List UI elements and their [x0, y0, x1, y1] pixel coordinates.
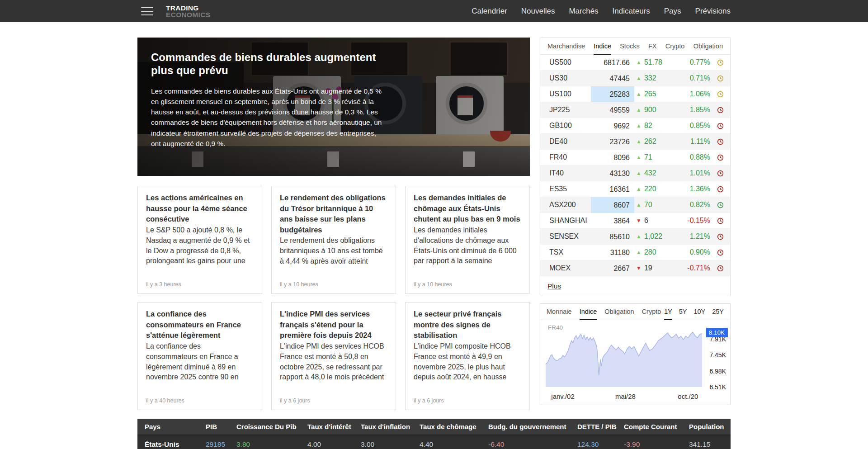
market-percent-change: 1.21% [674, 232, 710, 241]
market-row-moex[interactable]: MOEX2667▼19-0.71% [540, 260, 730, 276]
market-row-fr40[interactable]: FR408096▲710.88% [540, 150, 730, 165]
markets-tab-indice[interactable]: Indice [594, 38, 611, 55]
nav-link-calendrier[interactable]: Calendrier [472, 7, 507, 16]
markets-tabs: MarchandiseIndiceStocksFXCryptoObligatio… [540, 38, 730, 55]
market-row-de40[interactable]: DE4023726▲2621.11% [540, 134, 730, 150]
market-row-it40[interactable]: IT4043130▲4321.01% [540, 165, 730, 181]
market-clock-icon [710, 107, 730, 113]
chart-tab-crypto[interactable]: Crypto [642, 304, 661, 320]
news-card-6[interactable]: Le secteur privé français montre des sig… [405, 302, 530, 410]
chart-range-5y[interactable]: 5Y [679, 304, 687, 320]
country-table-header-cell[interactable]: PIB [206, 419, 236, 435]
market-symbol[interactable]: JP225 [540, 106, 591, 114]
country-indicator-value[interactable]: 341.15 [689, 435, 731, 449]
market-symbol[interactable]: IT40 [540, 169, 591, 177]
news-card-title[interactable]: Le rendement des obligations du Trésor b… [280, 193, 387, 235]
triangle-down-icon: ▼ [636, 217, 642, 224]
market-symbol[interactable]: ASX200 [540, 201, 591, 209]
market-row-jp225[interactable]: JP22549559▲9001.85% [540, 102, 730, 118]
news-card-5[interactable]: L'indice PMI des services français s'éte… [271, 302, 396, 410]
news-card-title[interactable]: Le secteur privé français montre des sig… [414, 309, 521, 341]
nav-link-pays[interactable]: Pays [664, 7, 681, 16]
market-row-es35[interactable]: ES3516361▲2201.36% [540, 181, 730, 197]
markets-tab-marchandise[interactable]: Marchandise [547, 38, 585, 55]
market-symbol[interactable]: US100 [540, 90, 591, 98]
hero-article[interactable]: Commandes de biens durables augmentent p… [137, 38, 530, 176]
market-symbol[interactable]: TSX [540, 248, 591, 256]
nav-link-indicateurs[interactable]: Indicateurs [613, 7, 650, 16]
country-table-header-cell[interactable]: Taux d'inflation [361, 419, 420, 435]
markets-tab-stocks[interactable]: Stocks [620, 38, 640, 55]
country-table-header-cell[interactable]: Croissance Du Pib [236, 419, 307, 435]
country-table-header-cell[interactable]: Compte Courant [624, 419, 689, 435]
market-symbol[interactable]: DE40 [540, 137, 591, 146]
markets-tab-crypto[interactable]: Crypto [665, 38, 685, 55]
news-card-title[interactable]: L'indice PMI des services français s'éte… [280, 309, 387, 341]
country-indicator-value[interactable]: 3.00 [361, 435, 420, 449]
country-table-header-cell[interactable]: Population [689, 419, 731, 435]
market-row-us30[interactable]: US3047445▲3320.71% [540, 71, 730, 86]
markets-tab-obligation[interactable]: Obligation [693, 38, 723, 55]
country-table-header-cell[interactable]: Taux de chômage [420, 419, 488, 435]
news-card-2[interactable]: Le rendement des obligations du Trésor b… [271, 186, 396, 294]
country-table-header-cell[interactable]: Budg. du gouvernement [488, 419, 577, 435]
news-card-timestamp: il y a 10 heures [414, 281, 452, 288]
market-row-shanghai[interactable]: SHANGHAI3864▼6-0.15% [540, 213, 730, 229]
hero-title[interactable]: Commandes de biens durables augmentent p… [151, 51, 379, 77]
country-indicator-value[interactable]: 3.80 [236, 435, 307, 449]
country-indicator-value[interactable]: 29185 [206, 435, 236, 449]
chart-body: FR40 8.10K 7.91K7.45K6.98K6.51K janv./02… [540, 320, 730, 404]
country-indicator-value[interactable]: -6.40 [488, 435, 577, 449]
country-indicator-value[interactable]: 4.40 [420, 435, 488, 449]
country-table-header-cell[interactable]: Pays [137, 419, 206, 435]
chart-tab-obligation[interactable]: Obligation [604, 304, 634, 320]
more-link[interactable]: Plus [547, 282, 561, 290]
country-indicator-value[interactable]: 124.30 [577, 435, 624, 449]
news-card-summary: L'indice PMI des services HCOB France es… [280, 341, 387, 383]
triangle-up-icon: ▲ [636, 75, 642, 81]
country-indicator-value[interactable]: -3.90 [624, 435, 689, 449]
markets-tab-fx[interactable]: FX [648, 38, 657, 55]
market-row-sensex[interactable]: SENSEX85610▲1,0221.21% [540, 229, 730, 245]
news-card-summary: Le rendement des obligations britannique… [280, 236, 387, 267]
hamburger-menu-icon[interactable] [141, 7, 153, 15]
news-card-summary: L'indice PMI composite HCOB France est m… [414, 341, 521, 383]
country-indicator-value[interactable]: 4.00 [307, 435, 361, 449]
logo[interactable]: TRADING ECONOMICS [166, 5, 210, 18]
market-row-gb100[interactable]: GB1009692▲820.85% [540, 118, 730, 134]
market-symbol[interactable]: MOEX [540, 264, 591, 272]
market-symbol[interactable]: FR40 [540, 153, 591, 161]
market-row-us100[interactable]: US10025283▲2651.06% [540, 86, 730, 102]
market-symbol[interactable]: GB100 [540, 122, 591, 130]
news-card-timestamp: il y a 6 jours [280, 397, 310, 404]
market-symbol[interactable]: US500 [540, 58, 591, 66]
nav-link-nouvelles[interactable]: Nouvelles [521, 7, 555, 16]
chart-tab-indice[interactable]: Indice [580, 304, 597, 320]
news-card-3[interactable]: Les demandes initiales de chômage aux Ét… [405, 186, 530, 294]
market-symbol[interactable]: ES35 [540, 185, 591, 193]
chart-range-25y[interactable]: 25Y [712, 304, 724, 320]
news-card-4[interactable]: La confiance des consommateurs en France… [137, 302, 262, 410]
market-row-asx200[interactable]: ASX2008607▲700.82% [540, 197, 730, 213]
chart-range-10y[interactable]: 10Y [693, 304, 705, 320]
market-symbol[interactable]: US30 [540, 74, 591, 82]
chart-tab-monnaie[interactable]: Monnaie [547, 304, 572, 320]
nav-link-previsions[interactable]: Prévisions [695, 7, 731, 16]
market-symbol[interactable]: SENSEX [540, 232, 591, 241]
news-card-title[interactable]: La confiance des consommateurs en France… [146, 309, 254, 341]
market-percent-change: 0.85% [674, 122, 710, 130]
market-row-tsx[interactable]: TSX31180▲2800.90% [540, 245, 730, 260]
news-card-1[interactable]: Les actions américaines en hausse pour l… [137, 186, 262, 294]
area-chart[interactable] [546, 322, 702, 391]
nav-link-marches[interactable]: Marchés [569, 7, 598, 16]
news-card-title[interactable]: Les actions américaines en hausse pour l… [146, 193, 254, 225]
chart-range-1y[interactable]: 1Y [664, 304, 672, 320]
country-table-header-cell[interactable]: Taux d'intérêt [307, 419, 361, 435]
news-card-summary: La confiance des consommateurs en France… [146, 341, 254, 383]
market-symbol[interactable]: SHANGHAI [540, 217, 591, 225]
country-row-etatsunis[interactable]: États-Unis291853.804.003.004.40-6.40124.… [137, 435, 731, 449]
country-name-link[interactable]: États-Unis [137, 435, 206, 449]
market-row-us500[interactable]: US5006817.66▲51.780.77% [540, 55, 730, 71]
news-card-title[interactable]: Les demandes initiales de chômage aux Ét… [414, 193, 521, 225]
country-table-header-cell[interactable]: DETTE / PIB [577, 419, 624, 435]
